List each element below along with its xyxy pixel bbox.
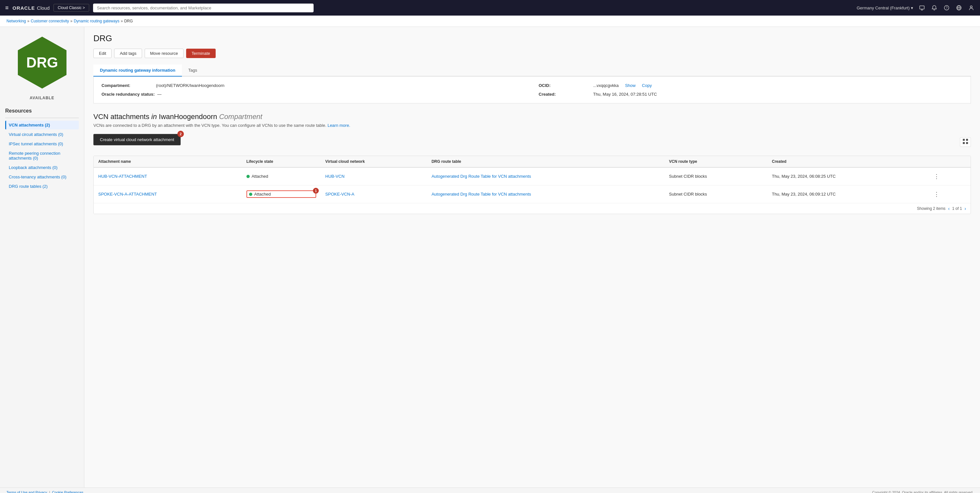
status-text-2: Attached	[254, 192, 271, 197]
svg-point-8	[970, 6, 972, 8]
globe-icon[interactable]	[955, 4, 963, 11]
vcn-title-in: in	[151, 113, 159, 121]
user-avatar[interactable]	[968, 4, 975, 11]
status-text-1: Attached	[251, 174, 268, 179]
chevron-down-icon: ▾	[911, 5, 913, 10]
ocid-row: OCID: ...vxqqcgvkka Show Copy	[539, 83, 963, 88]
sidebar-item-cross-tenancy[interactable]: Cross-tenancy attachments (0)	[5, 173, 79, 181]
th-created: Created	[767, 156, 926, 167]
brand: ORACLE Cloud	[13, 5, 50, 11]
cell-state-2: Attached 1	[242, 185, 321, 203]
breadcrumb-drg-list[interactable]: Dynamic routing gateways	[73, 19, 119, 23]
cell-drg-route-table-1: Autogenerated Drg Route Table for VCN at…	[427, 167, 665, 186]
vcn-section-title: VCN attachments in IwanHoogendoorn Compa…	[93, 113, 971, 121]
svg-rect-12	[966, 139, 968, 141]
search-input[interactable]	[93, 3, 313, 12]
svg-rect-11	[963, 139, 965, 141]
table-row: HUB-VCN-ATTACHMENT Attached HUB-VCN	[94, 167, 970, 186]
status-dot-1	[247, 175, 250, 178]
create-vcn-attachment-button[interactable]: Create virtual cloud network attachment	[93, 134, 181, 145]
vcn-attachments-section: VCN attachments in IwanHoogendoorn Compa…	[93, 113, 971, 214]
compartment-label: Compartment:	[102, 83, 153, 88]
console-icon[interactable]	[918, 4, 926, 11]
tab-bar: Dynamic routing gateway information Tags	[93, 65, 971, 76]
tab-tags[interactable]: Tags	[182, 65, 204, 76]
status-cell-highlighted-2: Attached 1	[247, 190, 316, 198]
table-header-row: Attachment name Lifecycle state Virtual …	[94, 156, 970, 167]
vcn-link-2[interactable]: SPOKE-VCN-A	[325, 192, 355, 197]
attachment-name-link-2[interactable]: SPOKE-VCN-A-ATTACHMENT	[98, 192, 157, 197]
vcn-title-compartment: IwanHoogendoorn	[159, 113, 217, 121]
ocid-show-link[interactable]: Show	[625, 83, 636, 88]
breadcrumb-networking[interactable]: Networking	[6, 19, 26, 23]
move-resource-button[interactable]: Move resource	[145, 49, 183, 58]
table-showing-label: Showing 2 items	[917, 206, 946, 211]
sidebar-item-vcn-attachments[interactable]: VCN attachments (2)	[5, 121, 79, 129]
notification-icon[interactable]	[931, 4, 938, 11]
sidebar-item-ipsec[interactable]: IPSec tunnel attachments (0)	[5, 140, 79, 148]
terms-link[interactable]: Terms of Use and Privacy	[6, 490, 47, 493]
sidebar-item-drg-route-tables[interactable]: DRG route tables (2)	[5, 182, 79, 191]
cell-actions-1: ⋮	[926, 167, 970, 186]
hamburger-icon[interactable]: ≡	[5, 5, 9, 11]
drg-route-table-link-1[interactable]: Autogenerated Drg Route Table for VCN at…	[432, 174, 531, 179]
footer-left: Terms of Use and Privacy | Cookie Prefer…	[6, 490, 83, 493]
edit-button[interactable]: Edit	[93, 49, 111, 58]
table-footer: Showing 2 items ‹ 1 of 1 ›	[94, 203, 970, 214]
ocid-label: OCID:	[539, 83, 590, 88]
drg-route-table-link-2[interactable]: Autogenerated Drg Route Table for VCN at…	[432, 192, 531, 197]
created-label: Created:	[539, 92, 590, 97]
help-icon[interactable]: ?	[943, 4, 950, 11]
svg-rect-14	[966, 142, 968, 144]
grid-view-button[interactable]	[960, 137, 971, 147]
resources-heading: Resources	[5, 108, 32, 114]
pagination-next[interactable]: ›	[964, 206, 966, 211]
th-drg-route-table: DRG route table	[427, 156, 665, 167]
cell-actions-2: ⋮	[926, 185, 970, 203]
redundancy-value: —	[157, 92, 162, 97]
pagination-prev[interactable]: ‹	[948, 206, 950, 211]
drg-hexagon-icon: DRG	[13, 33, 72, 92]
cell-vcn-2: SPOKE-VCN-A	[321, 185, 427, 203]
learn-more-link[interactable]: Learn more.	[328, 123, 350, 128]
ocid-copy-link[interactable]: Copy	[642, 83, 652, 88]
page-title: DRG	[93, 33, 971, 43]
nav-right-section: Germany Central (Frankfurt) ▾ ?	[857, 4, 975, 11]
vcn-description-text: VCNs are connected to a DRG by an attach…	[93, 123, 326, 128]
cell-drg-route-table-2: Autogenerated Drg Route Table for VCN at…	[427, 185, 665, 203]
created-value: Thu, May 16, 2024, 07:28:51 UTC	[593, 92, 657, 97]
sidebar-item-virtual-circuit[interactable]: Virtual circuit attachments (0)	[5, 130, 79, 139]
add-tags-button[interactable]: Add tags	[114, 49, 142, 58]
left-panel: DRG AVAILABLE Resources VCN attachments …	[0, 27, 84, 488]
cell-attachment-name-2: SPOKE-VCN-A-ATTACHMENT	[94, 185, 242, 203]
cell-created-1: Thu, May 23, 2024, 06:08:25 UTC	[767, 167, 926, 186]
region-selector[interactable]: Germany Central (Frankfurt) ▾	[857, 5, 913, 10]
info-panel: Compartment: (root)/NETWORK/IwanHoogendo…	[93, 76, 971, 103]
sidebar-item-loopback[interactable]: Loopback attachments (0)	[5, 163, 79, 172]
created-row: Created: Thu, May 16, 2024, 07:28:51 UTC	[539, 92, 963, 97]
attachments-table-container: Attachment name Lifecycle state Virtual …	[93, 156, 971, 214]
th-attachment-name: Attachment name	[94, 156, 242, 167]
vcn-link-1[interactable]: HUB-VCN	[325, 174, 344, 179]
kebab-menu-button-1[interactable]: ⋮	[931, 172, 942, 181]
status-dot-2	[249, 192, 252, 196]
attachment-name-link-1[interactable]: HUB-VCN-ATTACHMENT	[98, 174, 147, 179]
attachments-table: Attachment name Lifecycle state Virtual …	[94, 156, 970, 203]
cell-vcn-route-type-2: Subnet CIDR blocks	[665, 185, 767, 203]
cloud-classic-button[interactable]: Cloud Classic >	[54, 4, 89, 12]
cell-vcn-1: HUB-VCN	[321, 167, 427, 186]
terminate-button[interactable]: Terminate	[186, 49, 216, 58]
cell-vcn-route-type-1: Subnet CIDR blocks	[665, 167, 767, 186]
sidebar-item-remote-peering[interactable]: Remote peering connection attachments (0…	[5, 149, 79, 162]
cell-created-2: Thu, May 23, 2024, 06:09:12 UTC	[767, 185, 926, 203]
state-badge-2: 1	[313, 188, 319, 194]
cookies-link[interactable]: Cookie Preferences	[52, 490, 83, 493]
breadcrumb-customer-connectivity[interactable]: Customer connectivity	[31, 19, 69, 23]
kebab-menu-button-2[interactable]: ⋮	[931, 189, 942, 199]
table-row: SPOKE-VCN-A-ATTACHMENT Attached 1 S	[94, 185, 970, 203]
right-panel: DRG Edit Add tags Move resource Terminat…	[84, 27, 980, 488]
breadcrumb: Networking » Customer connectivity » Dyn…	[0, 16, 980, 27]
redundancy-row: Oracle redundancy status: —	[102, 92, 526, 97]
tab-drg-info[interactable]: Dynamic routing gateway information	[93, 65, 182, 76]
th-vcn: Virtual cloud network	[321, 156, 427, 167]
